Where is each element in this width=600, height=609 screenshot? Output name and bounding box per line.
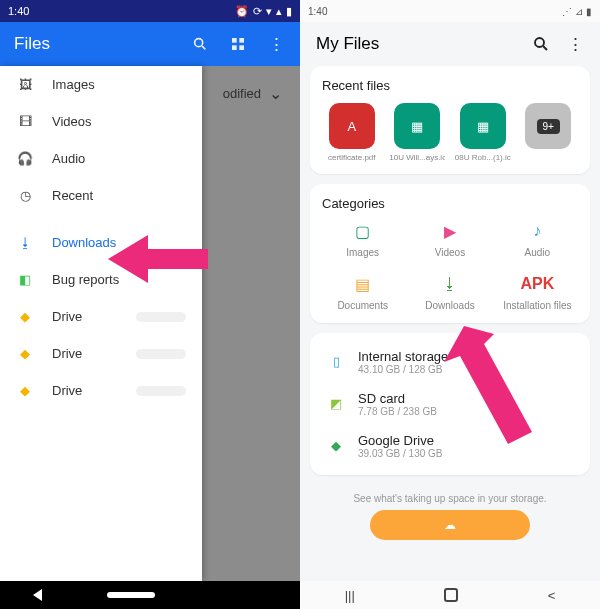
app-title: Files: [14, 34, 50, 54]
drawer-item-videos[interactable]: 🎞 Videos: [0, 103, 202, 140]
drawer-item-images[interactable]: 🖼 Images: [0, 66, 202, 103]
category-videos[interactable]: ▶ Videos: [409, 221, 490, 258]
drawer-item-bug-reports[interactable]: ◧ Bug reports: [0, 261, 202, 298]
drawer-label: Drive: [52, 309, 82, 324]
drawer-label: Downloads: [52, 235, 116, 250]
categories-card: Categories ▢ Images ▶ Videos ♪ Audio ▤ D…: [310, 184, 590, 323]
svg-point-7: [535, 38, 544, 47]
category-installation-files[interactable]: APK Installation files: [497, 274, 578, 311]
calendar-icon: ▦: [394, 103, 440, 149]
left-phone: 1:40 ⏰ ⟳ ▾ ▴ ▮ Files ⋮ odified ⌄: [0, 0, 300, 609]
nav-bar: [0, 581, 300, 609]
drive-icon: ◆: [16, 346, 34, 361]
categories-title: Categories: [322, 196, 578, 211]
category-label: Installation files: [503, 300, 571, 311]
drawer-label: Drive: [52, 383, 82, 398]
drawer-item-drive[interactable]: ◆ Drive: [0, 372, 202, 409]
recent-label: 08U Rob...(1).ics: [455, 153, 511, 162]
category-label: Downloads: [425, 300, 474, 311]
nav-bar: ||| <: [300, 581, 600, 609]
alarm-icon: ⏰: [235, 5, 249, 18]
cloud-icon: ☁: [444, 518, 456, 532]
phone-icon: ▯: [324, 349, 348, 373]
storage-meta: 39.03 GB / 130 GB: [358, 448, 443, 459]
grid-view-icon[interactable]: [228, 36, 248, 52]
apk-icon: APK: [527, 274, 547, 294]
category-images[interactable]: ▢ Images: [322, 221, 403, 258]
recent-item[interactable]: ▦ 10U Will...ays.ics: [388, 103, 448, 162]
download-icon: ⭳: [16, 235, 34, 250]
promo-text: See what's taking up space in your stora…: [310, 485, 590, 510]
home-button[interactable]: [107, 592, 155, 598]
storage-meta: 43.10 GB / 128 GB: [358, 364, 448, 375]
recent-item[interactable]: A certificate.pdf: [322, 103, 382, 162]
drive-icon: ◆: [16, 383, 34, 398]
drawer-label: Videos: [52, 114, 92, 129]
storage-sdcard[interactable]: ◩ SD card 7.78 GB / 238 GB: [322, 383, 578, 425]
drive-account-placeholder: [136, 386, 186, 396]
category-documents[interactable]: ▤ Documents: [322, 274, 403, 311]
storage-card: ▯ Internal storage 43.10 GB / 128 GB ◩ S…: [310, 333, 590, 475]
drive-account-placeholder: [136, 312, 186, 322]
video-icon: 🎞: [16, 114, 34, 129]
svg-rect-4: [232, 45, 237, 50]
video-icon: ▶: [440, 221, 460, 241]
recent-item-more[interactable]: 9+: [519, 103, 579, 162]
download-icon: ⭳: [440, 274, 460, 294]
navigation-drawer: 🖼 Images 🎞 Videos 🎧 Audio ◷ Recent ⭳ Dow…: [0, 66, 202, 581]
audio-icon: ♪: [527, 221, 547, 241]
svg-rect-3: [239, 38, 244, 43]
back-button[interactable]: [33, 589, 42, 601]
drawer-label: Bug reports: [52, 272, 119, 287]
drawer-item-recent[interactable]: ◷ Recent: [0, 177, 202, 214]
more-badge: 9+: [537, 119, 560, 134]
audio-icon: 🎧: [16, 151, 34, 166]
android-icon: ◧: [16, 272, 34, 287]
battery-icon: ▮: [286, 5, 292, 18]
search-icon[interactable]: [190, 36, 210, 52]
status-bar: 1:40 ⋰ ⊿ ▮: [300, 0, 600, 22]
storage-internal[interactable]: ▯ Internal storage 43.10 GB / 128 GB: [322, 341, 578, 383]
drive-icon: ◆: [16, 309, 34, 324]
svg-line-1: [202, 46, 205, 49]
wifi-icon: ▴: [276, 5, 282, 18]
drawer-item-drive[interactable]: ◆ Drive: [0, 335, 202, 372]
category-downloads[interactable]: ⭳ Downloads: [409, 274, 490, 311]
drawer-item-downloads[interactable]: ⭳ Downloads: [0, 224, 202, 261]
app-title: My Files: [316, 34, 379, 54]
more-icon[interactable]: ⋮: [266, 34, 286, 55]
more-icon[interactable]: ⋮: [566, 34, 584, 55]
svg-rect-5: [239, 45, 244, 50]
recent-item[interactable]: ▦ 08U Rob...(1).ics: [453, 103, 513, 162]
search-icon[interactable]: [532, 35, 550, 53]
svg-line-8: [543, 46, 547, 50]
storage-drive[interactable]: ◆ Google Drive 39.03 GB / 130 GB: [322, 425, 578, 467]
category-label: Audio: [525, 247, 551, 258]
category-audio[interactable]: ♪ Audio: [497, 221, 578, 258]
drawer-label: Recent: [52, 188, 93, 203]
drive-account-placeholder: [136, 349, 186, 359]
status-bar: 1:40 ⏰ ⟳ ▾ ▴ ▮: [0, 0, 300, 22]
image-icon: ▢: [353, 221, 373, 241]
drawer-label: Images: [52, 77, 95, 92]
more-tile: 9+: [525, 103, 571, 149]
home-button[interactable]: [444, 588, 458, 602]
drawer-item-drive[interactable]: ◆ Drive: [0, 298, 202, 335]
app-bar: My Files ⋮: [300, 22, 600, 66]
drawer-item-audio[interactable]: 🎧 Audio: [0, 140, 202, 177]
analyze-storage-button[interactable]: ☁: [370, 510, 530, 540]
back-button[interactable]: <: [548, 588, 556, 603]
status-time: 1:40: [8, 5, 29, 17]
battery-icon: ▮: [586, 6, 592, 17]
storage-name: SD card: [358, 391, 437, 406]
recent-icon: ◷: [16, 188, 34, 203]
storage-meta: 7.78 GB / 238 GB: [358, 406, 437, 417]
app-bar: Files ⋮: [0, 22, 300, 66]
signal-icon: ⊿: [575, 6, 583, 17]
wifi-icon: ⋰: [562, 6, 572, 17]
document-icon: ▤: [353, 274, 373, 294]
signal-icon: ▾: [266, 5, 272, 18]
sdcard-icon: ◩: [324, 391, 348, 415]
recents-button[interactable]: |||: [345, 588, 355, 603]
storage-name: Google Drive: [358, 433, 443, 448]
